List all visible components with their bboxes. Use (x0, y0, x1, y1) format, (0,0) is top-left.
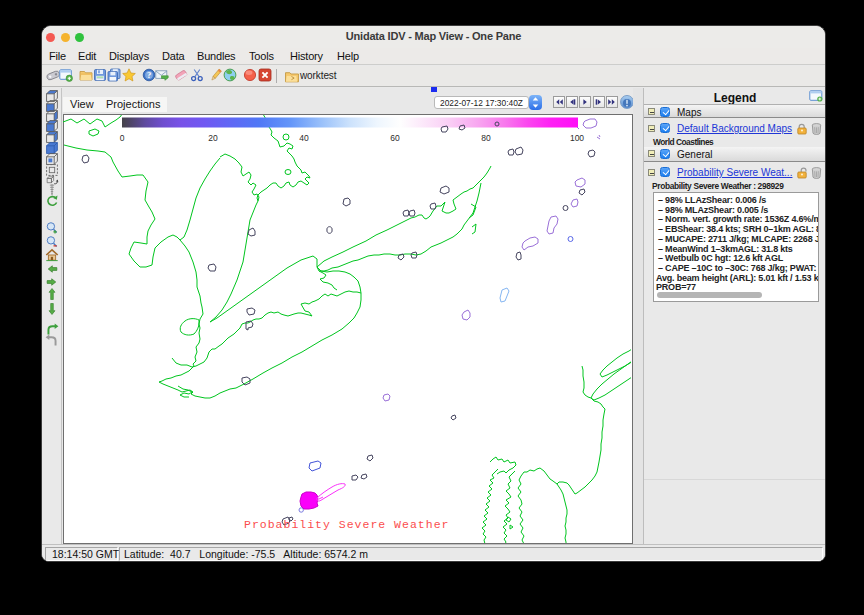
svg-text:80: 80 (481, 133, 491, 143)
svg-text:0: 0 (120, 133, 125, 143)
svg-text:?: ? (147, 70, 151, 80)
svg-text:20: 20 (208, 133, 218, 143)
svg-text:Probability Severe Weather: Probability Severe Weather (244, 518, 449, 531)
svg-text:40: 40 (299, 133, 309, 143)
svg-text:60: 60 (390, 133, 400, 143)
svg-text:100: 100 (570, 133, 584, 143)
